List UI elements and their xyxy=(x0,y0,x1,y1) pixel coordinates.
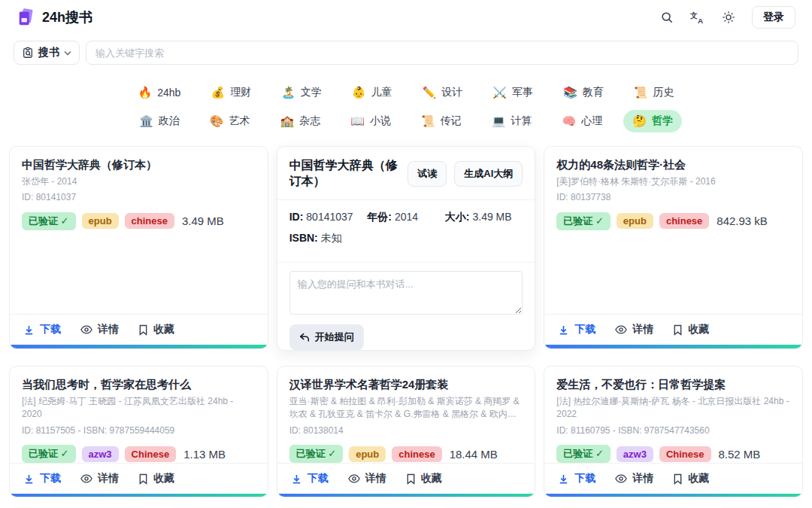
translate-icon[interactable]: 文 A xyxy=(690,11,705,24)
book-size-field: 大小:3.49 MB xyxy=(445,211,523,224)
details-button[interactable]: 详情 xyxy=(80,472,119,485)
download-button[interactable]: 下载 xyxy=(558,323,595,336)
svg-text:文: 文 xyxy=(690,11,698,20)
preview-button[interactable]: 试读 xyxy=(408,161,447,187)
category-zazhi[interactable]: 🏫杂志 xyxy=(271,110,330,132)
category-zhuanji[interactable]: 📜传记 xyxy=(412,110,471,132)
category-jiaoyu[interactable]: 📚教育 xyxy=(554,81,613,104)
category-xiaoshuo[interactable]: 📖小说 xyxy=(341,110,400,132)
format-badge: azw3 xyxy=(82,446,119,462)
category-ertong[interactable]: 👶儿童 xyxy=(343,81,401,104)
start-asking-button[interactable]: 开始提问 xyxy=(289,324,364,350)
format-badge: epub xyxy=(617,213,653,229)
category-sheji[interactable]: ✏️设计 xyxy=(414,81,472,104)
download-icon xyxy=(291,473,302,485)
scroll-icon: 📜 xyxy=(421,114,435,128)
bookmark-icon xyxy=(673,324,683,336)
eye-icon xyxy=(615,324,627,335)
eye-icon xyxy=(80,324,92,335)
card-accent-bar xyxy=(544,494,802,497)
baby-icon: 👶 xyxy=(352,86,366,99)
details-button[interactable]: 详情 xyxy=(615,472,653,485)
bookmark-icon xyxy=(673,473,683,485)
expanded-book-card: 中国哲学大辞典（修订本） 试读 生成AI大纲 ID:80141037 年份:20… xyxy=(277,146,536,351)
category-wenxue[interactable]: 🏝️文学 xyxy=(272,81,331,104)
book-author-year: 亚当·斯密 & 柏拉图 & 昂利·彭加勒 & 斯宾诺莎 & 商羯罗 & 坎农 &… xyxy=(289,395,523,421)
download-button[interactable]: 下载 xyxy=(291,472,329,485)
favorite-button[interactable]: 收藏 xyxy=(406,472,442,485)
search-mode-select[interactable]: 搜书 xyxy=(14,41,80,65)
info-row: ISBN:未知 xyxy=(289,232,523,245)
language-badge: chinese xyxy=(125,213,174,229)
book-id-field: ID:80141037 xyxy=(289,211,368,224)
file-size: 1.13 MB xyxy=(183,448,226,461)
login-button[interactable]: 登录 xyxy=(752,6,795,29)
category-nav: 🔥24hb 💰理财 🏝️文学 👶儿童 ✏️设计 ⚔️军事 📚教育 📜历史 🏛️政… xyxy=(0,81,812,132)
book-id: ID: 81160795 - ISBN: 9787547743560 xyxy=(556,424,790,437)
details-button[interactable]: 详情 xyxy=(80,323,119,336)
category-lishi[interactable]: 📜历史 xyxy=(625,81,683,104)
eye-icon xyxy=(348,473,360,484)
book-title[interactable]: 当我们思考时，哲学家在思考什么 xyxy=(22,376,256,392)
category-xinli[interactable]: 🧠心理 xyxy=(553,110,611,132)
card-actions: 下载 详情 收藏 xyxy=(544,314,802,345)
details-button[interactable]: 详情 xyxy=(348,472,386,485)
download-button[interactable]: 下载 xyxy=(23,323,61,336)
card-accent-bar xyxy=(10,494,268,497)
bookmark-icon xyxy=(406,473,416,485)
search-input[interactable] xyxy=(86,41,798,65)
card-accent-bar xyxy=(544,345,802,348)
open-book-icon: 📖 xyxy=(350,114,365,128)
category-24hb[interactable]: 🔥24hb xyxy=(129,81,190,104)
language-badge: chinese xyxy=(659,213,709,229)
search-icon[interactable] xyxy=(660,11,674,24)
download-button[interactable]: 下载 xyxy=(558,472,595,485)
category-zhexue-selected[interactable]: 🤔哲学 xyxy=(623,110,682,132)
favorite-button[interactable]: 收藏 xyxy=(673,472,709,485)
card-accent-bar xyxy=(277,494,535,497)
category-licai[interactable]: 💰理财 xyxy=(201,81,260,104)
favorite-button[interactable]: 收藏 xyxy=(138,472,174,485)
laptop-icon: 💻 xyxy=(492,114,506,128)
brand[interactable]: 24h搜书 xyxy=(17,8,92,27)
download-icon xyxy=(23,324,35,336)
details-button[interactable]: 详情 xyxy=(615,323,653,336)
favorite-button[interactable]: 收藏 xyxy=(673,323,709,336)
book-info-section: ID:80141037 年份:2014 大小:3.49 MB ISBN:未知 xyxy=(277,200,535,262)
bookmark-icon xyxy=(138,473,148,485)
category-jisuan[interactable]: 💻计算 xyxy=(483,110,541,132)
palette-icon: 🎨 xyxy=(210,114,224,128)
classical-building-icon: 🏛️ xyxy=(139,114,153,128)
svg-text:A: A xyxy=(698,17,703,24)
thinking-face-icon: 🤔 xyxy=(632,114,647,128)
book-id: ID: 81157505 - ISBN: 9787559444059 xyxy=(22,424,256,437)
book-title[interactable]: 爱生活，不爱也行：日常哲学提案 xyxy=(556,376,790,392)
book-isbn-field: ISBN:未知 xyxy=(289,232,523,245)
book-author-year: [美]罗伯特·格林 朱斯特·艾尔菲斯 - 2016 xyxy=(556,175,790,188)
book-title[interactable]: 中国哲学大辞典（修订本） xyxy=(22,157,256,172)
download-icon xyxy=(23,473,35,485)
card-actions: 下载 详情 收藏 xyxy=(277,463,535,494)
reply-arrow-icon xyxy=(299,333,310,342)
book-title: 中国哲学大辞典（修订本） xyxy=(289,158,401,190)
eye-icon xyxy=(80,473,92,484)
favorite-button[interactable]: 收藏 xyxy=(138,323,174,336)
eye-icon xyxy=(615,473,627,484)
book-title[interactable]: 汉译世界学术名著哲学24册套装 xyxy=(289,376,523,392)
chevron-down-icon xyxy=(64,50,71,56)
category-junshi[interactable]: ⚔️军事 xyxy=(483,81,542,104)
book-card: 汉译世界学术名著哲学24册套装 亚当·斯密 & 柏拉图 & 昂利·彭加勒 & 斯… xyxy=(277,366,536,497)
file-size: 3.49 MB xyxy=(182,214,224,227)
download-button[interactable]: 下载 xyxy=(23,472,61,485)
search-row: 搜书 xyxy=(14,41,798,65)
ask-book-textarea[interactable] xyxy=(289,271,523,315)
generate-ai-outline-button[interactable]: 生成AI大纲 xyxy=(454,161,523,187)
category-zhengzhi[interactable]: 🏛️政治 xyxy=(130,110,189,132)
book-card: 当我们思考时，哲学家在思考什么 [法] 纪尧姆·马丁 王晓园 - 江苏凤凰文艺出… xyxy=(9,366,268,497)
badge-row: 已验证 ✓ epub chinese 842.93 kB xyxy=(556,212,790,230)
theme-sun-icon[interactable] xyxy=(722,11,735,24)
category-yishu[interactable]: 🎨艺术 xyxy=(201,110,259,132)
verified-badge: 已验证 ✓ xyxy=(22,212,76,230)
book-id: ID: 80138014 xyxy=(289,424,523,437)
book-title[interactable]: 权力的48条法则哲学·社会 xyxy=(556,157,790,172)
